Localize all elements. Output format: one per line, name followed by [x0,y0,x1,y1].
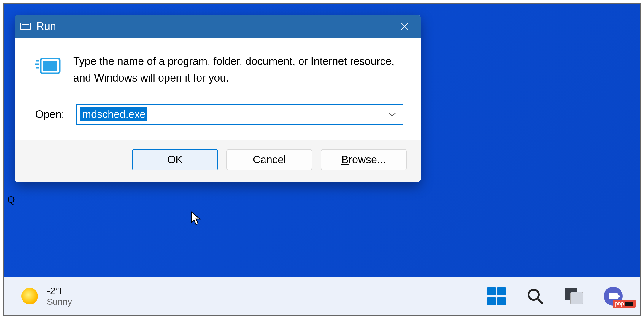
task-view-button[interactable] [565,288,583,304]
close-button[interactable] [391,15,418,38]
window-title: Run [36,20,56,33]
button-bar: OK Cancel Browse... [15,140,421,182]
desktop-background: Q Run Type the name of a [3,3,641,316]
ok-button[interactable]: OK [132,149,218,170]
search-button[interactable] [527,288,544,305]
open-label: Open: [35,108,64,121]
dialog-description: Type the name of a program, folder, docu… [73,53,403,86]
chevron-down-icon[interactable] [388,112,396,117]
cancel-button[interactable]: Cancel [226,149,312,170]
cursor-icon [190,211,202,226]
titlebar[interactable]: Run [15,15,421,38]
start-button[interactable] [487,287,506,305]
temperature: -2°F [47,285,72,296]
watermark-badge: php [613,300,636,308]
run-title-icon [20,23,31,30]
run-dialog: Run Type the name of a program, folder, … [15,15,421,182]
weather-widget[interactable]: -2°F Sunny [21,285,72,307]
sun-icon [21,288,38,304]
open-combobox[interactable]: mdsched.exe [76,104,403,125]
desktop-partial-text: Q [7,194,15,205]
svg-line-9 [538,299,542,303]
svg-rect-3 [43,61,57,71]
camera-icon [609,293,618,299]
svg-marker-7 [191,212,200,224]
close-icon [400,22,409,31]
dialog-body: Type the name of a program, folder, docu… [15,38,421,140]
open-input-value[interactable]: mdsched.exe [80,107,147,121]
browse-button[interactable]: Browse... [321,149,407,170]
weather-condition: Sunny [47,296,72,307]
taskbar[interactable]: -2°F Sunny [4,277,640,315]
run-app-icon [35,55,61,78]
